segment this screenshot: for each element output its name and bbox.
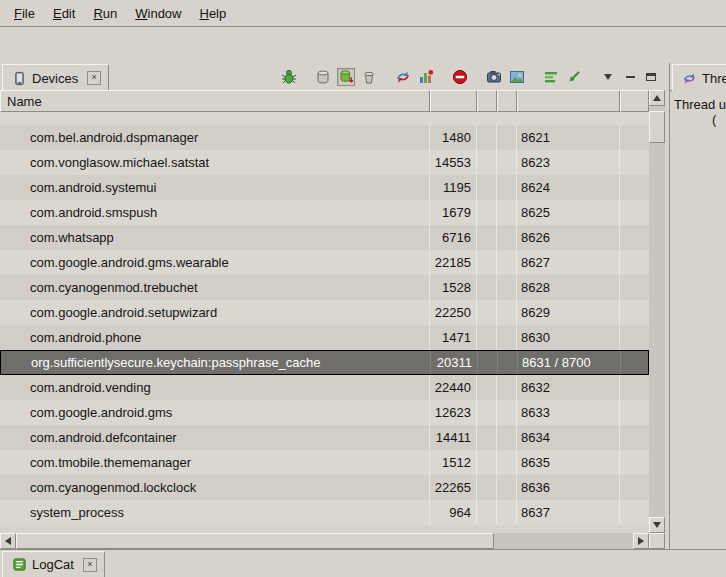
table-row[interactable]: com.cyanogenmod.trebuchet 1528 8628 bbox=[0, 275, 649, 300]
tab-devices[interactable]: Devices × bbox=[2, 64, 109, 91]
debug-process-icon[interactable] bbox=[280, 68, 298, 86]
table-row[interactable]: com.android.smspush 1679 8625 bbox=[0, 200, 649, 225]
stop-process-icon[interactable] bbox=[451, 68, 469, 86]
scroll-up-icon[interactable] bbox=[649, 90, 665, 106]
table-row[interactable]: system_process 964 8637 bbox=[0, 500, 649, 525]
table-row[interactable]: com.android.vending 22440 8632 bbox=[0, 375, 649, 400]
threads-message-line2: ( bbox=[712, 112, 722, 127]
menu-window[interactable]: Window bbox=[126, 3, 190, 24]
cell-process-name: com.cyanogenmod.lockclock bbox=[0, 475, 430, 500]
tab-devices-label: Devices bbox=[32, 71, 78, 86]
cell-port: 8629 bbox=[517, 300, 620, 325]
view-hierarchy-icon[interactable] bbox=[508, 68, 526, 86]
tab-logcat-label: LogCat bbox=[32, 557, 74, 572]
method-trace-icon[interactable] bbox=[565, 68, 583, 86]
scroll-right-icon[interactable] bbox=[633, 533, 649, 549]
cell-pid: 22250 bbox=[430, 300, 477, 325]
cell-pid: 1528 bbox=[430, 275, 477, 300]
cell-process-name: com.google.android.setupwizard bbox=[0, 300, 430, 325]
dump-hprof-icon[interactable] bbox=[337, 68, 355, 86]
menu-run[interactable]: Run bbox=[84, 3, 126, 24]
threads-message-line1: Thread up bbox=[674, 97, 722, 112]
cell-process-name: com.vonglasow.michael.satstat bbox=[0, 150, 430, 175]
devices-view: Devices × bbox=[0, 63, 665, 549]
screen-capture-icon[interactable] bbox=[485, 68, 503, 86]
table-row[interactable]: com.android.systemui 1195 8624 bbox=[0, 175, 649, 200]
minimize-icon[interactable] bbox=[622, 70, 638, 84]
cell-process-name: com.google.android.gms.wearable bbox=[0, 250, 430, 275]
menu-bar: File Edit Run Window Help bbox=[0, 0, 726, 27]
threads-tabbar: Threads bbox=[670, 63, 726, 91]
table-row[interactable]: com.cyanogenmod.lockclock 22265 8636 bbox=[0, 475, 649, 500]
cell-port: 8637 bbox=[517, 500, 620, 525]
cell-process-name: com.android.smspush bbox=[0, 200, 430, 225]
table-row[interactable]: com.whatsapp 6716 8626 bbox=[0, 225, 649, 250]
column-header-pid[interactable] bbox=[430, 90, 477, 112]
menu-edit[interactable]: Edit bbox=[44, 3, 84, 24]
cell-pid: 1195 bbox=[430, 175, 477, 200]
cell-port: 8628 bbox=[517, 275, 620, 300]
cell-process-name: com.tmobile.thememanager bbox=[0, 450, 430, 475]
device-icon bbox=[10, 69, 28, 87]
scroll-down-icon[interactable] bbox=[649, 517, 665, 533]
column-header-filler bbox=[620, 90, 649, 112]
cell-process-name: com.whatsapp bbox=[0, 225, 430, 250]
cell-port: 8623 bbox=[517, 150, 620, 175]
cell-process-name: com.android.systemui bbox=[0, 175, 430, 200]
tab-logcat[interactable]: LogCat × bbox=[2, 551, 105, 577]
table-row[interactable]: com.vonglasow.michael.satstat 14553 8623 bbox=[0, 150, 649, 175]
scroll-left-icon[interactable] bbox=[0, 533, 16, 549]
vertical-scrollbar[interactable] bbox=[649, 90, 665, 533]
cell-pid: 22185 bbox=[430, 250, 477, 275]
cell-pid: 20311 bbox=[431, 351, 478, 374]
horizontal-scrollbar[interactable] bbox=[0, 533, 649, 549]
cell-pid: 14553 bbox=[430, 150, 477, 175]
cell-pid: 12623 bbox=[430, 400, 477, 425]
table-row[interactable]: com.android.defcontainer 14411 8634 bbox=[0, 425, 649, 450]
cell-pid: 1512 bbox=[430, 450, 477, 475]
main-toolbar bbox=[0, 27, 726, 63]
cell-pid: 1679 bbox=[430, 200, 477, 225]
column-header-empty[interactable] bbox=[497, 90, 517, 112]
cell-process-name: org.sufficientlysecure.keychain:passphra… bbox=[1, 351, 431, 374]
threads-message: Thread up ( bbox=[670, 91, 726, 133]
cause-gc-icon[interactable] bbox=[360, 68, 378, 86]
cell-port: 8635 bbox=[517, 450, 620, 475]
cell-process-name: com.google.android.gms bbox=[0, 400, 430, 425]
close-icon[interactable]: × bbox=[87, 71, 101, 85]
close-icon[interactable]: × bbox=[83, 558, 97, 572]
ddms-window: File Edit Run Window Help Devices × bbox=[0, 0, 726, 577]
cell-pid: 1471 bbox=[430, 325, 477, 350]
table-row[interactable]: com.google.android.gms.wearable 22185 86… bbox=[0, 250, 649, 275]
devices-toolbar bbox=[280, 68, 665, 86]
update-heap-icon[interactable] bbox=[314, 68, 332, 86]
cell-process-name: com.android.vending bbox=[0, 375, 430, 400]
vertical-scroll-thumb[interactable] bbox=[649, 111, 665, 143]
cell-pid: 22265 bbox=[430, 475, 477, 500]
cell-process-name: com.android.defcontainer bbox=[0, 425, 430, 450]
menu-file[interactable]: File bbox=[5, 3, 44, 24]
table-row[interactable]: com.google.android.setupwizard 22250 862… bbox=[0, 300, 649, 325]
threads-icon bbox=[680, 69, 698, 87]
cell-pid: 1480 bbox=[430, 125, 477, 150]
capture-systrace-icon[interactable] bbox=[542, 68, 560, 86]
cell-process-name: system_process bbox=[0, 500, 430, 525]
table-row[interactable]: com.bel.android.dspmanager 1480 8621 bbox=[0, 125, 649, 150]
column-header-name[interactable]: Name bbox=[0, 90, 430, 112]
table-header: Name bbox=[0, 90, 649, 112]
table-row[interactable]: com.tmobile.thememanager 1512 8635 bbox=[0, 450, 649, 475]
update-threads-icon[interactable] bbox=[394, 68, 412, 86]
cell-port: 8625 bbox=[517, 200, 620, 225]
partial-row bbox=[0, 112, 649, 125]
maximize-icon[interactable] bbox=[643, 70, 659, 84]
start-method-profiling-icon[interactable] bbox=[417, 68, 435, 86]
column-header-empty[interactable] bbox=[477, 90, 497, 112]
table-row[interactable]: com.android.phone 1471 8630 bbox=[0, 325, 649, 350]
menu-help[interactable]: Help bbox=[190, 3, 235, 24]
table-row-selected[interactable]: org.sufficientlysecure.keychain:passphra… bbox=[0, 350, 649, 375]
table-row[interactable]: com.google.android.gms 12623 8633 bbox=[0, 400, 649, 425]
tab-threads[interactable]: Threads bbox=[672, 64, 726, 91]
horizontal-scroll-thumb[interactable] bbox=[16, 533, 494, 549]
column-header-port[interactable] bbox=[517, 90, 620, 112]
view-menu-icon[interactable] bbox=[599, 68, 617, 86]
